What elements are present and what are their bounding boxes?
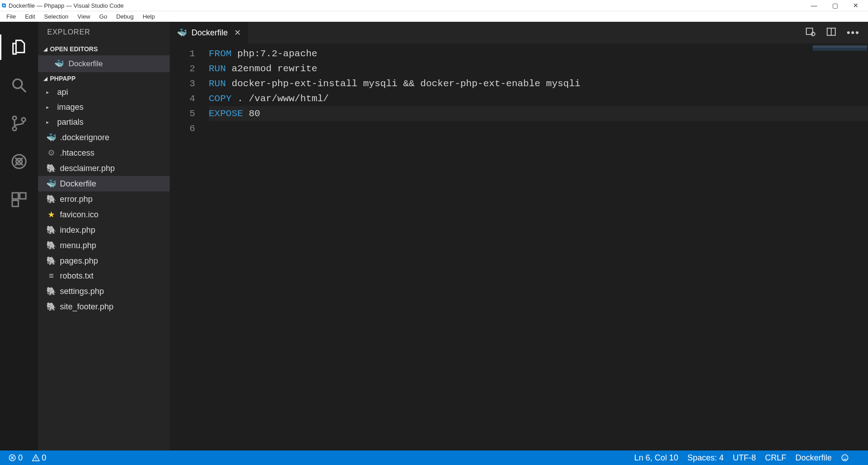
open-editor-item[interactable]: 🐳 Dockerfile	[38, 55, 170, 72]
chevron-right-icon: ▸	[46, 119, 54, 125]
activity-debug[interactable]	[6, 149, 32, 174]
svg-point-2	[13, 116, 16, 120]
svg-point-4	[22, 118, 25, 122]
tree-file[interactable]: 🐘error.php	[38, 191, 170, 207]
open-editors-header[interactable]: ◢ OPEN EDITORS	[38, 43, 170, 55]
tree-file[interactable]: ★favicon.ico	[38, 207, 170, 222]
menu-help[interactable]: Help	[138, 13, 159, 20]
file-name: error.php	[60, 195, 93, 204]
tree-file[interactable]: 🐘settings.php	[38, 284, 170, 299]
scrollbar[interactable]	[863, 44, 868, 116]
status-warnings[interactable]: 0	[32, 453, 46, 463]
line-number: 2	[170, 61, 195, 76]
status-spaces[interactable]: Spaces: 4	[687, 453, 724, 463]
maximize-button[interactable]: ▢	[824, 2, 845, 9]
file-name: desclaimer.php	[60, 164, 115, 173]
file-name: .dockerignore	[60, 133, 109, 142]
activity-bar	[0, 22, 38, 450]
file-name: robots.txt	[60, 271, 93, 281]
tree-file[interactable]: ≡robots.txt	[38, 269, 170, 284]
php-icon: 🐘	[46, 225, 56, 235]
tree-file[interactable]: 🐘pages.php	[38, 253, 170, 269]
preview-icon	[805, 26, 816, 37]
tree-file[interactable]: 🐳.dockerignore	[38, 130, 170, 145]
folder-name: api	[57, 88, 68, 97]
star-icon: ★	[46, 210, 56, 220]
file-name: site_footer.php	[60, 302, 113, 312]
editor-pane: 🐳 Dockerfile ✕ ••• 123456 FROM php:7.2-a…	[170, 22, 868, 450]
code-line[interactable]: RUN docker-php-ext-install mysqli && doc…	[209, 76, 868, 91]
svg-rect-8	[20, 193, 26, 199]
line-gutter: 123456	[170, 46, 209, 450]
tree-file[interactable]: 🐘index.php	[38, 222, 170, 238]
tree-file[interactable]: 🐳Dockerfile	[38, 176, 170, 191]
file-name: .htaccess	[60, 148, 94, 158]
more-actions-button[interactable]: •••	[847, 27, 860, 39]
window-title: Dockerfile — Phpapp — Visual Studio Code	[9, 2, 123, 9]
tab-dockerfile[interactable]: 🐳 Dockerfile ✕	[170, 22, 249, 44]
php-icon: 🐘	[46, 163, 56, 173]
minimap[interactable]	[813, 45, 867, 59]
line-number: 6	[170, 121, 195, 136]
menu-go[interactable]: Go	[95, 13, 112, 20]
folder-name: partials	[57, 117, 83, 127]
minimize-button[interactable]: —	[804, 2, 824, 9]
status-position[interactable]: Ln 6, Col 10	[634, 453, 678, 463]
tab-bar: 🐳 Dockerfile ✕ •••	[170, 22, 868, 44]
tree-folder[interactable]: ▸images	[38, 100, 170, 115]
svg-point-18	[843, 457, 844, 458]
file-name: index.php	[60, 225, 95, 235]
open-editor-filename: Dockerfile	[69, 59, 103, 69]
file-tree: ▸api▸images▸partials🐳.dockerignore⚙.htac…	[38, 85, 170, 319]
code-line[interactable]: RUN a2enmod rewrite	[209, 61, 868, 76]
status-feedback[interactable]	[841, 454, 851, 462]
open-editors-label: OPEN EDITORS	[50, 45, 98, 53]
explorer-sidebar: EXPLORER ◢ OPEN EDITORS 🐳 Dockerfile ◢ P…	[38, 22, 170, 450]
error-icon	[8, 454, 16, 462]
tree-folder[interactable]: ▸api	[38, 85, 170, 100]
tree-file[interactable]: 🐘site_footer.php	[38, 299, 170, 314]
activity-explorer[interactable]	[6, 34, 32, 60]
docker-icon: 🐳	[46, 179, 56, 189]
search-icon	[10, 76, 28, 94]
activity-extensions[interactable]	[6, 187, 32, 212]
menu-debug[interactable]: Debug	[112, 13, 138, 20]
open-preview-button[interactable]	[805, 26, 816, 39]
file-name: pages.php	[60, 256, 98, 266]
branch-icon	[10, 114, 28, 132]
activity-search[interactable]	[6, 73, 32, 98]
menu-selection[interactable]: Selection	[39, 13, 73, 20]
menu-file[interactable]: File	[2, 13, 20, 20]
status-language[interactable]: Dockerfile	[795, 453, 832, 463]
menu-edit[interactable]: Edit	[20, 13, 39, 20]
editor-body[interactable]: 123456 FROM php:7.2-apacheRUN a2enmod re…	[170, 44, 868, 450]
line-number: 4	[170, 91, 195, 106]
svg-rect-7	[12, 193, 18, 199]
tree-file[interactable]: 🐘menu.php	[38, 238, 170, 253]
tree-file[interactable]: 🐘desclaimer.php	[38, 161, 170, 176]
code-area[interactable]: FROM php:7.2-apacheRUN a2enmod rewriteRU…	[209, 46, 868, 450]
code-line[interactable]: COPY . /var/www/html/	[209, 91, 868, 106]
activity-scm[interactable]	[6, 111, 32, 136]
split-editor-button[interactable]	[826, 26, 837, 39]
code-line[interactable]: EXPOSE 80	[209, 106, 868, 121]
svg-point-17	[842, 455, 848, 461]
project-header[interactable]: ◢ PHPAPP	[38, 72, 170, 85]
status-errors[interactable]: 0	[8, 453, 23, 463]
menu-view[interactable]: View	[73, 13, 95, 20]
project-label: PHPAPP	[50, 75, 76, 82]
status-encoding[interactable]: UTF-8	[733, 453, 756, 463]
status-eol[interactable]: CRLF	[765, 453, 786, 463]
tree-file[interactable]: ⚙.htaccess	[38, 145, 170, 161]
svg-rect-9	[12, 201, 18, 206]
smiley-icon	[841, 454, 849, 462]
close-tab-button[interactable]: ✕	[234, 28, 241, 38]
tree-folder[interactable]: ▸partials	[38, 115, 170, 130]
code-line[interactable]: FROM php:7.2-apache	[209, 46, 868, 61]
php-icon: 🐘	[46, 256, 56, 266]
close-window-button[interactable]: ✕	[845, 2, 866, 9]
title-bar: ⧉ Dockerfile — Phpapp — Visual Studio Co…	[0, 0, 868, 11]
main-area: EXPLORER ◢ OPEN EDITORS 🐳 Dockerfile ◢ P…	[0, 22, 868, 450]
tab-title: Dockerfile	[191, 28, 228, 38]
warning-icon	[32, 454, 40, 462]
